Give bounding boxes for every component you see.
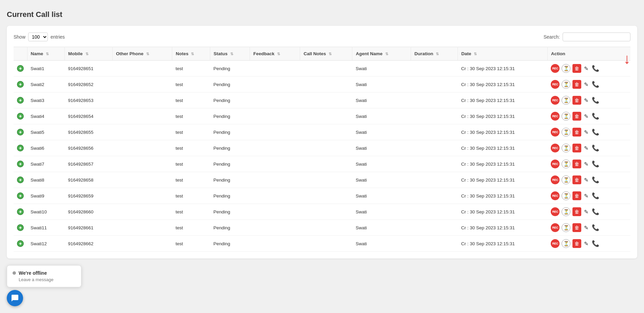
arrow-indicator: ↓ <box>623 51 630 67</box>
delete-button[interactable]: 🗑 <box>572 175 581 184</box>
call-button[interactable]: 📞 <box>591 160 600 168</box>
call-button[interactable]: 📞 <box>591 191 600 200</box>
edit-button[interactable]: ✎ <box>583 224 589 232</box>
rec-button[interactable]: REC <box>551 128 560 137</box>
rec-button[interactable]: REC <box>551 160 560 168</box>
delete-button[interactable]: 🗑 <box>572 223 581 232</box>
delete-button[interactable]: 🗑 <box>572 207 581 216</box>
row-agent-name: Swati <box>352 220 411 236</box>
search-input[interactable] <box>563 33 630 41</box>
rec-button[interactable]: REC <box>551 191 560 200</box>
row-mobile: 9164928657 <box>65 156 113 172</box>
table-row: +Swati69164928656testPendingSwatiCr : 30… <box>14 140 630 156</box>
edit-button[interactable]: ✎ <box>583 144 589 152</box>
row-action-cell: REC ⏳ 🗑 ✎ 📞 <box>547 188 630 204</box>
sort-mobile-icon: ⇅ <box>85 52 89 56</box>
rec-button[interactable]: REC <box>551 96 560 105</box>
edit-button[interactable]: ✎ <box>583 128 589 136</box>
row-notes: test <box>172 61 210 77</box>
col-agent-name[interactable]: Agent Name ⇅ <box>352 47 411 61</box>
delete-button[interactable]: 🗑 <box>572 191 581 200</box>
col-call-notes[interactable]: Call Notes ⇅ <box>300 47 352 61</box>
col-mobile[interactable]: Mobile ⇅ <box>65 47 113 61</box>
rec-button[interactable]: REC <box>551 144 560 152</box>
call-button[interactable]: 📞 <box>591 96 600 105</box>
delete-button[interactable]: 🗑 <box>572 112 581 121</box>
edit-button[interactable]: ✎ <box>583 208 589 216</box>
row-feedback <box>250 172 300 188</box>
history-button[interactable]: ⏳ <box>562 112 570 121</box>
history-button[interactable]: ⏳ <box>562 80 570 89</box>
history-button[interactable]: ⏳ <box>562 64 570 73</box>
edit-button[interactable]: ✎ <box>583 176 589 184</box>
delete-button[interactable]: 🗑 <box>572 144 581 152</box>
col-checkbox <box>14 47 27 61</box>
edit-button[interactable]: ✎ <box>583 160 589 168</box>
page-container: Current Call list Show 100 10 25 50 entr… <box>0 0 644 265</box>
delete-button[interactable]: 🗑 <box>572 64 581 73</box>
entries-select[interactable]: 100 10 25 50 <box>28 33 48 41</box>
history-button[interactable]: ⏳ <box>562 128 570 137</box>
history-button[interactable]: ⏳ <box>562 239 570 248</box>
row-feedback <box>250 61 300 77</box>
col-other-phone[interactable]: Other Phone ⇅ <box>113 47 172 61</box>
history-button[interactable]: ⏳ <box>562 207 570 216</box>
call-button[interactable]: 📞 <box>591 128 600 137</box>
edit-button[interactable]: ✎ <box>583 97 589 104</box>
call-button[interactable]: 📞 <box>591 144 600 152</box>
rec-button[interactable]: REC <box>551 175 560 184</box>
row-action-cell: REC ⏳ 🗑 ✎ 📞 <box>547 204 630 220</box>
rec-button[interactable]: REC <box>551 80 560 89</box>
chat-icon <box>11 294 19 302</box>
rec-button[interactable]: REC <box>551 223 560 232</box>
col-date[interactable]: Date ⇅ <box>458 47 548 61</box>
rec-button[interactable]: REC <box>551 239 560 248</box>
edit-button[interactable]: ✎ <box>583 65 589 72</box>
history-button[interactable]: ⏳ <box>562 160 570 168</box>
delete-button[interactable]: 🗑 <box>572 239 581 248</box>
sort-date-icon: ⇅ <box>474 52 477 56</box>
row-name: Swati1 <box>27 61 65 77</box>
delete-button[interactable]: 🗑 <box>572 160 581 168</box>
table-row: +Swati99164928659testPendingSwatiCr : 30… <box>14 188 630 204</box>
col-notes[interactable]: Notes ⇅ <box>172 47 210 61</box>
row-checkbox-cell: + <box>14 92 27 108</box>
history-button[interactable]: ⏳ <box>562 96 570 105</box>
table-row: +Swati49164928654testPendingSwatiCr : 30… <box>14 108 630 124</box>
call-button[interactable]: 📞 <box>591 239 600 248</box>
history-button[interactable]: ⏳ <box>562 175 570 184</box>
col-duration[interactable]: Duration ⇅ <box>411 47 457 61</box>
edit-button[interactable]: ✎ <box>583 81 589 88</box>
row-duration <box>411 156 457 172</box>
delete-button[interactable]: 🗑 <box>572 96 581 105</box>
rec-button[interactable]: REC <box>551 207 560 216</box>
call-button[interactable]: 📞 <box>591 223 600 232</box>
edit-button[interactable]: ✎ <box>583 240 589 248</box>
call-button[interactable]: 📞 <box>591 64 600 73</box>
row-feedback <box>250 188 300 204</box>
row-action-cell: REC ⏳ 🗑 ✎ 📞 <box>547 156 630 172</box>
call-button[interactable]: 📞 <box>591 80 600 89</box>
history-button[interactable]: ⏳ <box>562 144 570 152</box>
row-checkbox-cell: + <box>14 204 27 220</box>
history-button[interactable]: ⏳ <box>562 191 570 200</box>
chat-bubble-button[interactable] <box>7 290 23 306</box>
col-name[interactable]: Name ⇅ <box>27 47 65 61</box>
rec-button[interactable]: REC <box>551 64 560 73</box>
rec-button[interactable]: REC <box>551 112 560 121</box>
sort-other-phone-icon: ⇅ <box>146 52 149 56</box>
row-call-notes <box>300 108 352 124</box>
delete-button[interactable]: 🗑 <box>572 128 581 137</box>
history-button[interactable]: ⏳ <box>562 223 570 232</box>
col-feedback[interactable]: Feedback ⇅ <box>250 47 300 61</box>
call-button[interactable]: 📞 <box>591 207 600 216</box>
call-button[interactable]: 📞 <box>591 112 600 121</box>
row-other-phone <box>113 77 172 92</box>
col-status[interactable]: Status ⇅ <box>210 47 250 61</box>
edit-button[interactable]: ✎ <box>583 192 589 200</box>
status-indicator: + <box>17 113 24 120</box>
delete-button[interactable]: 🗑 <box>572 80 581 89</box>
row-agent-name: Swati <box>352 77 411 92</box>
call-button[interactable]: 📞 <box>591 175 600 184</box>
edit-button[interactable]: ✎ <box>583 112 589 120</box>
